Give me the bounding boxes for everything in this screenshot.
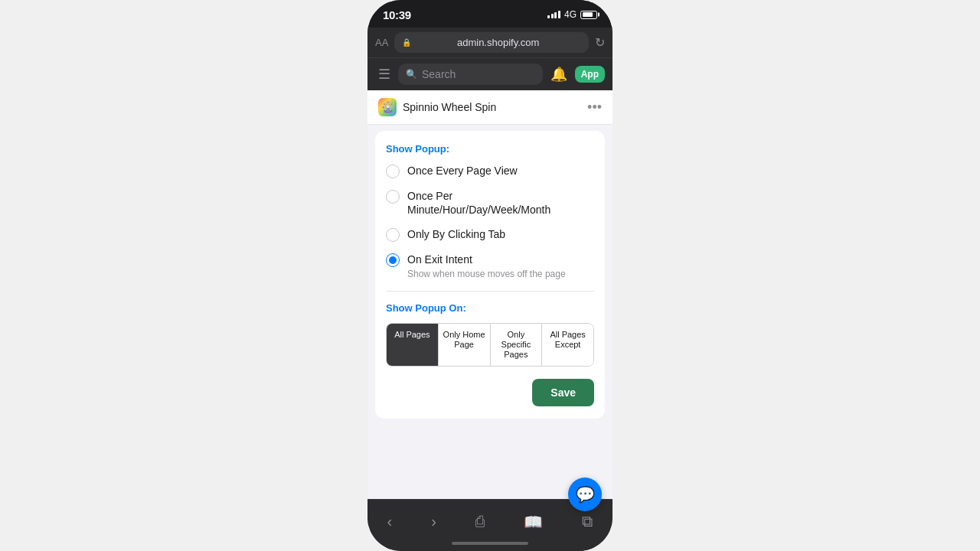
page-tabs: All Pages Only Home Page Only Specific P… <box>386 323 594 367</box>
radio-option-exit-intent[interactable]: On Exit Intent Show when mouse moves off… <box>386 253 594 280</box>
battery-icon <box>580 11 597 19</box>
lock-icon: 🔒 <box>402 38 411 47</box>
radio-exit-intent[interactable] <box>386 253 400 267</box>
app-name: Spinnio Wheel Spin <box>403 101 496 113</box>
toolbar-bar: ☰ 🔍 Search 🔔 App <box>368 57 612 90</box>
tab-home-page[interactable]: Only Home Page <box>439 324 491 367</box>
radio-clicking-tab[interactable] <box>386 228 400 242</box>
menu-icon[interactable]: ☰ <box>375 63 394 86</box>
address-bar[interactable]: 🔒 admin.shopify.com <box>394 32 589 53</box>
show-on-title: Show Popup On: <box>386 302 594 314</box>
status-time: 10:39 <box>383 8 411 21</box>
radio-label-once-every: Once Every Page View <box>407 164 518 178</box>
chat-icon: 💬 <box>576 485 595 504</box>
radio-sublabel-exit-intent: Show when mouse moves off the page <box>407 269 566 281</box>
lte-label: 4G <box>564 9 577 20</box>
radio-inner-dot <box>389 256 397 264</box>
browser-chrome: AA 🔒 admin.shopify.com ↻ <box>368 28 612 57</box>
tab-specific-pages[interactable]: Only Specific Pages <box>491 324 543 367</box>
radio-label-once-per: Once Per Minute/Hour/Day/Week/Month <box>407 189 594 217</box>
signal-bars-icon <box>547 11 560 18</box>
radio-option-once-every[interactable]: Once Every Page View <box>386 164 594 178</box>
notifications-icon[interactable]: 🔔 <box>547 63 570 86</box>
tab-all-pages[interactable]: All Pages <box>387 324 439 367</box>
save-button[interactable]: Save <box>532 379 594 406</box>
phone-frame: 10:39 4G AA 🔒 admin.shopify.com ↻ ☰ <box>368 0 612 551</box>
show-popup-section: Show Popup: Once Every Page View Once Pe… <box>386 143 594 280</box>
radio-option-clicking-tab[interactable]: Only By Clicking Tab <box>386 227 594 242</box>
search-bar[interactable]: 🔍 Search <box>398 64 543 85</box>
settings-card: Show Popup: Once Every Page View Once Pe… <box>375 131 605 419</box>
search-icon: 🔍 <box>406 69 417 80</box>
status-bar: 10:39 4G <box>368 0 612 28</box>
address-text: admin.shopify.com <box>415 37 581 48</box>
aa-button[interactable]: AA <box>375 37 388 48</box>
search-placeholder: Search <box>422 68 456 80</box>
radio-once-every[interactable] <box>386 165 400 178</box>
save-row: Save <box>386 379 594 406</box>
radio-label-exit-intent: On Exit Intent <box>407 253 566 266</box>
home-bar <box>452 542 528 545</box>
forward-button[interactable]: › <box>431 513 436 530</box>
home-indicator <box>368 539 612 551</box>
section-divider <box>386 291 594 292</box>
share-button[interactable]: ⎙ <box>475 513 485 530</box>
app-badge[interactable]: App <box>575 66 605 83</box>
app-logo-icon: 🎡 <box>378 98 397 116</box>
more-options-icon[interactable]: ••• <box>587 99 602 116</box>
tab-all-except[interactable]: All Pages Except <box>542 324 593 367</box>
reload-button[interactable]: ↻ <box>595 35 605 50</box>
radio-label-clicking-tab: Only By Clicking Tab <box>407 227 505 241</box>
status-icons: 4G <box>547 9 597 20</box>
radio-option-once-per[interactable]: Once Per Minute/Hour/Day/Week/Month <box>386 189 594 217</box>
back-button[interactable]: ‹ <box>387 513 393 530</box>
chat-bubble-button[interactable]: 💬 <box>568 478 602 511</box>
show-popup-title: Show Popup: <box>386 143 594 155</box>
show-on-section: Show Popup On: All Pages Only Home Page … <box>386 302 594 367</box>
bookmarks-button[interactable]: 📖 <box>524 513 543 531</box>
radio-once-per[interactable] <box>386 190 400 204</box>
app-header: 🎡 Spinnio Wheel Spin ••• <box>368 90 612 125</box>
app-header-left: 🎡 Spinnio Wheel Spin <box>378 98 496 116</box>
tabs-button[interactable]: ⧉ <box>582 513 593 530</box>
main-content: Show Popup: Once Every Page View Once Pe… <box>368 125 612 499</box>
